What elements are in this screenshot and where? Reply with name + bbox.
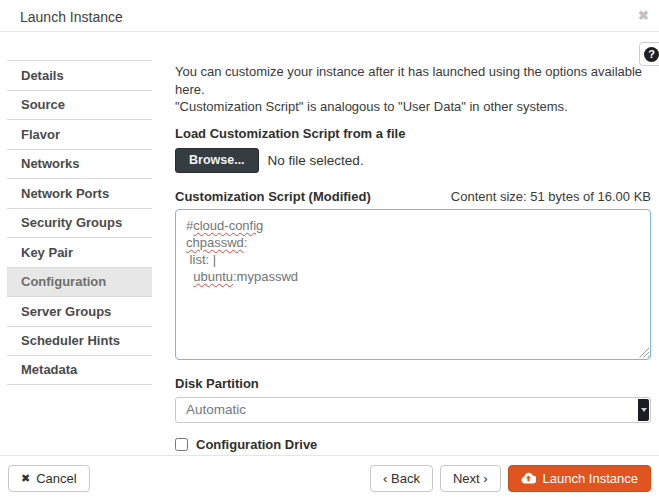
- cloud-upload-icon: [521, 472, 536, 484]
- chevron-down-icon: [641, 408, 647, 412]
- sidebar-item-networks[interactable]: Networks: [7, 149, 152, 179]
- disk-partition-select[interactable]: Automatic: [175, 397, 651, 423]
- footer-right-group: ‹ Back Next › Launch Instance: [370, 465, 651, 492]
- configuration-drive-label[interactable]: Configuration Drive: [196, 437, 317, 452]
- file-input-row: Browse... No file selected.: [175, 148, 651, 173]
- customization-script-textarea[interactable]: #cloud-configchpasswd: list: | ubuntu:my…: [175, 209, 651, 360]
- cancel-label: Cancel: [36, 471, 76, 486]
- modal-header: Launch Instance ✖: [0, 0, 659, 32]
- script-line: chpasswd:: [186, 234, 640, 251]
- cancel-button[interactable]: ✖ Cancel: [8, 465, 90, 492]
- help-icon: ?: [644, 47, 659, 62]
- configuration-drive-checkbox[interactable]: [175, 438, 188, 451]
- launch-instance-modal: Launch Instance ✖ ? DetailsSourceFlavorN…: [0, 0, 659, 500]
- script-line: #cloud-config: [186, 217, 640, 234]
- sidebar-item-security-groups[interactable]: Security Groups: [7, 208, 152, 238]
- sidebar-item-server-groups[interactable]: Server Groups: [7, 296, 152, 326]
- modal-title: Launch Instance: [20, 9, 123, 25]
- launch-instance-label: Launch Instance: [543, 471, 638, 486]
- sidebar-item-metadata[interactable]: Metadata: [7, 355, 152, 385]
- sidebar-item-flavor[interactable]: Flavor: [7, 119, 152, 149]
- sidebar-item-configuration[interactable]: Configuration: [7, 267, 152, 297]
- modal-footer: ✖ Cancel ‹ Back Next › Launch Instance: [0, 455, 659, 500]
- script-line: list: |: [186, 251, 640, 268]
- sidebar-item-key-pair[interactable]: Key Pair: [7, 237, 152, 267]
- load-script-label: Load Customization Script from a file: [175, 126, 651, 141]
- sidebar-item-network-ports[interactable]: Network Ports: [7, 178, 152, 208]
- config-drive-row: Configuration Drive: [175, 437, 651, 452]
- sidebar-item-details[interactable]: Details: [7, 60, 152, 90]
- wizard-nav: DetailsSourceFlavorNetworksNetwork Ports…: [7, 60, 152, 385]
- intro-text-line-1: You can customize your instance after it…: [175, 63, 651, 98]
- file-status-text: No file selected.: [268, 153, 364, 168]
- script-line: ubuntu:mypasswd: [186, 268, 640, 285]
- sidebar-item-scheduler-hints[interactable]: Scheduler Hints: [7, 326, 152, 356]
- script-label-row: Customization Script (Modified) Content …: [175, 189, 651, 204]
- intro-text-line-2: "Customization Script" is analogous to "…: [175, 98, 651, 116]
- browse-button[interactable]: Browse...: [175, 148, 259, 173]
- script-lines: #cloud-configchpasswd: list: | ubuntu:my…: [186, 217, 640, 285]
- content-size-text: Content size: 51 bytes of 16.00 KB: [451, 189, 651, 204]
- next-button[interactable]: Next ›: [440, 465, 501, 492]
- disk-partition-selected-value: Automatic: [186, 402, 246, 417]
- disk-partition-label: Disk Partition: [175, 376, 651, 391]
- customization-script-label: Customization Script (Modified): [175, 189, 371, 204]
- sidebar-item-source[interactable]: Source: [7, 90, 152, 120]
- back-button[interactable]: ‹ Back: [370, 465, 433, 492]
- close-icon[interactable]: ✖: [634, 7, 653, 24]
- launch-instance-button[interactable]: Launch Instance: [508, 465, 651, 492]
- x-icon: ✖: [21, 472, 30, 485]
- select-dropdown-bar[interactable]: [638, 399, 649, 421]
- resize-grip[interactable]: [638, 347, 649, 358]
- content-panel: You can customize your instance after it…: [175, 63, 651, 452]
